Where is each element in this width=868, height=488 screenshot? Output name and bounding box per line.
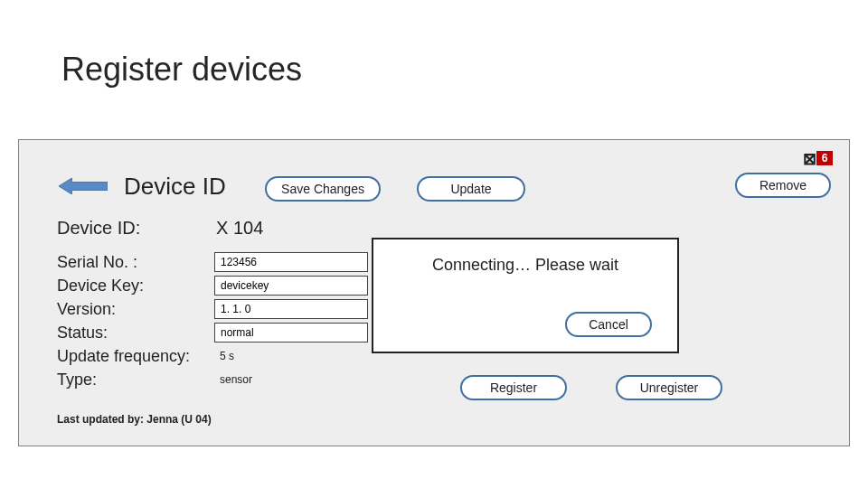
unregister-button[interactable]: Unregister xyxy=(616,375,722,400)
device-key-input[interactable] xyxy=(214,276,368,296)
update-button[interactable]: Update xyxy=(417,176,525,202)
device-key-row: Device Key: xyxy=(57,274,368,297)
type-label: Type: xyxy=(57,371,214,389)
lower-button-row: Register Unregister xyxy=(460,375,722,400)
register-button[interactable]: Register xyxy=(460,375,567,400)
status-label: Status: xyxy=(57,324,214,343)
back-arrow-icon[interactable] xyxy=(59,178,108,194)
last-updated-text: Last updated by: Jenna (U 04) xyxy=(57,413,212,426)
page-title: Register devices xyxy=(61,51,302,89)
device-detail-rows: Serial No. : Device Key: Version: Status… xyxy=(57,250,368,391)
connecting-modal: Connecting… Please wait Cancel xyxy=(372,238,679,353)
status-row: Status: xyxy=(57,321,368,344)
version-label: Version: xyxy=(57,300,214,319)
update-frequency-value: 5 s xyxy=(214,350,234,362)
type-row: Type: sensor xyxy=(57,368,368,391)
sigma-icon: ⊠ xyxy=(803,149,816,169)
svg-marker-0 xyxy=(59,178,108,194)
version-row: Version: xyxy=(57,297,368,321)
device-panel: Device ID ⊠ 6 Save Changes Update Remove… xyxy=(18,139,850,446)
type-value: sensor xyxy=(214,373,252,386)
serial-input[interactable] xyxy=(214,252,368,272)
serial-label: Serial No. : xyxy=(57,253,214,272)
section-title: Device ID xyxy=(124,173,226,201)
modal-message: Connecting… Please wait xyxy=(373,256,677,275)
device-id-label: Device ID: xyxy=(57,218,209,239)
device-id-row: Device ID: X 104 xyxy=(57,218,263,239)
status-input[interactable] xyxy=(214,323,368,343)
version-input[interactable] xyxy=(214,299,368,319)
cancel-button[interactable]: Cancel xyxy=(565,312,652,337)
update-frequency-label: Update frequency: xyxy=(57,347,214,366)
device-key-label: Device Key: xyxy=(57,277,214,296)
serial-row: Serial No. : xyxy=(57,250,368,274)
remove-button[interactable]: Remove xyxy=(735,173,831,198)
device-id-value: X 104 xyxy=(216,218,263,239)
update-frequency-row: Update frequency: 5 s xyxy=(57,344,368,368)
save-changes-button[interactable]: Save Changes xyxy=(265,176,381,202)
notification-badge[interactable]: 6 xyxy=(816,151,833,165)
